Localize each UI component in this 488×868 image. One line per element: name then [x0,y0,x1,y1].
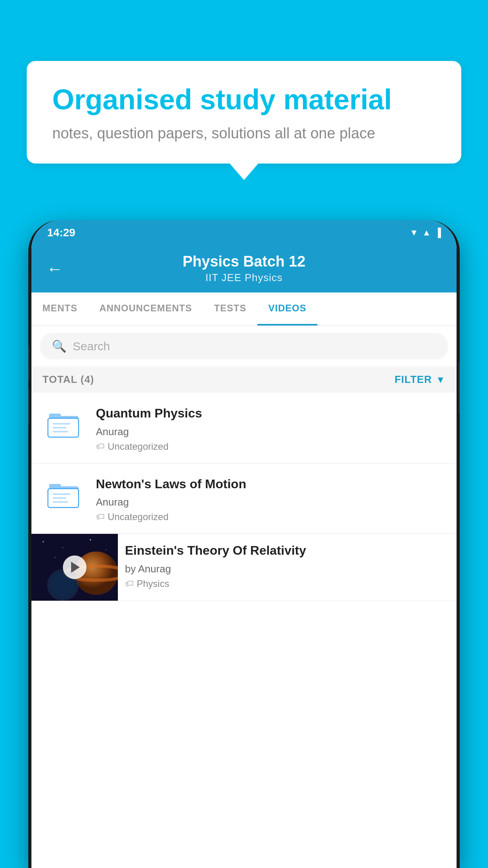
item-author: by Anurag [125,563,449,575]
status-icons: ▼ ▲ ▐ [410,228,441,238]
folder-icon [47,409,81,438]
item-thumbnail [40,404,87,443]
search-placeholder: Search [73,340,110,353]
item-info: Einstein's Theory Of Relativity by Anura… [118,534,457,598]
item-author: Anurag [96,426,448,438]
tag-label: Uncategorized [108,441,169,452]
svg-point-13 [43,541,44,542]
filter-label: FILTER [394,373,432,386]
volume-down-button [28,389,29,425]
app-header: ← Physics Batch 12 IIT JEE Physics [31,245,457,292]
signal-icon: ▲ [422,228,431,238]
item-info: Newton's Laws of Motion Anurag 🏷 Uncateg… [96,474,448,523]
search-box[interactable]: 🔍 Search [40,333,448,359]
bubble-title: Organised study material [52,83,436,116]
tab-tests[interactable]: TESTS [203,292,257,326]
svg-point-17 [55,557,55,558]
phone-screen: 14:29 ▼ ▲ ▐ ← Physics Batch 12 IIT JEE P… [31,220,457,868]
phone-frame: 14:29 ▼ ▲ ▐ ← Physics Batch 12 IIT JEE P… [28,220,460,868]
wifi-icon: ▼ [410,228,418,238]
svg-point-16 [106,549,106,550]
folder-icon [47,479,81,509]
svg-rect-5 [53,431,68,432]
search-container: 🔍 Search [31,326,457,366]
item-title: Einstein's Theory Of Relativity [125,542,449,559]
item-info: Quantum Physics Anurag 🏷 Uncategorized [96,404,448,452]
play-icon [71,562,80,573]
video-list: Quantum Physics Anurag 🏷 Uncategorized [31,393,457,601]
status-time: 14:29 [47,226,75,239]
list-item[interactable]: Newton's Laws of Motion Anurag 🏷 Uncateg… [31,463,457,534]
item-author: Anurag [96,496,448,508]
item-title: Newton's Laws of Motion [96,476,448,493]
tab-ments[interactable]: MENTS [31,292,88,326]
filter-button[interactable]: FILTER ▼ [394,373,446,386]
header-title: Physics Batch 12 [47,253,441,270]
svg-rect-1 [49,414,61,418]
tag-label: Physics [137,578,169,589]
speech-bubble: Organised study material notes, question… [27,61,461,164]
item-tag: 🏷 Uncategorized [96,511,448,522]
item-title: Quantum Physics [96,405,448,422]
svg-rect-10 [53,497,66,499]
total-count: TOTAL (4) [42,373,94,386]
status-bar: 14:29 ▼ ▲ ▐ [31,220,457,245]
tag-icon: 🏷 [96,441,105,452]
item-tag: 🏷 Uncategorized [96,441,448,452]
video-thumbnail [31,534,118,601]
svg-rect-11 [53,501,68,503]
bubble-subtitle: notes, question papers, solutions all at… [52,125,436,142]
svg-rect-7 [49,484,61,489]
item-tag: 🏷 Physics [125,578,449,589]
filter-icon: ▼ [436,374,446,385]
header-subtitle: IIT JEE Physics [47,272,441,284]
tag-label: Uncategorized [108,511,169,522]
tag-icon: 🏷 [125,579,134,589]
back-button[interactable]: ← [46,259,63,278]
filter-row: TOTAL (4) FILTER ▼ [31,366,457,393]
svg-point-14 [62,547,63,548]
list-item[interactable]: Einstein's Theory Of Relativity by Anura… [31,534,457,601]
tabs-bar: MENTS ANNOUNCEMENTS TESTS VIDEOS [31,292,457,326]
item-thumbnail [40,474,87,514]
battery-icon: ▐ [435,228,441,238]
tab-videos[interactable]: VIDEOS [257,292,317,326]
svg-rect-4 [53,427,66,428]
tab-announcements[interactable]: ANNOUNCEMENTS [88,292,203,326]
svg-rect-9 [53,493,70,495]
speech-bubble-container: Organised study material notes, question… [27,61,461,164]
svg-rect-3 [53,423,70,425]
power-button [459,362,460,413]
play-button[interactable] [63,555,86,579]
list-item[interactable]: Quantum Physics Anurag 🏷 Uncategorized [31,393,457,463]
volume-up-button [28,346,29,381]
svg-point-15 [90,539,91,541]
search-icon: 🔍 [52,339,66,353]
tag-icon: 🏷 [96,512,105,522]
